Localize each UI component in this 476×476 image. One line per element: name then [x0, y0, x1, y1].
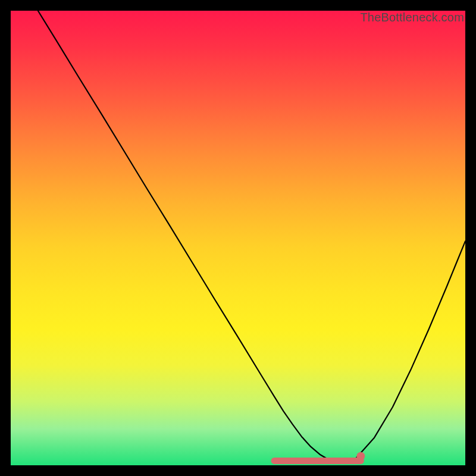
end-marker-dot: [356, 452, 365, 461]
bottleneck-curve-path: [38, 11, 465, 463]
chart-overlay: [11, 11, 465, 465]
chart-frame: TheBottleneck.com: [11, 11, 465, 465]
